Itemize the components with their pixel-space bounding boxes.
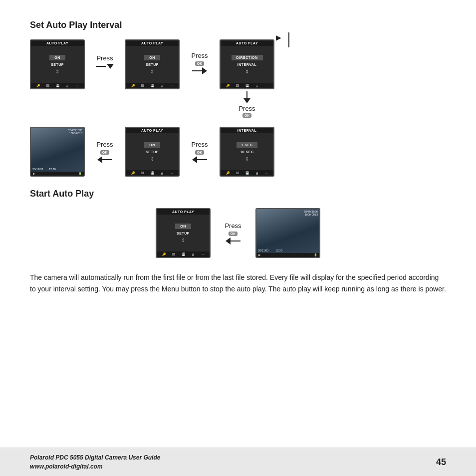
- footer-left: Polaroid PDC 5055 Digital Camera User Gu…: [30, 453, 160, 471]
- photo-info-bottom-2: 26/11/03 12;30: [258, 249, 282, 252]
- screen3-bottom: 🔑🖼💾🖨↔: [221, 83, 273, 88]
- set-auto-play-diagram: AUTO PLAY ON SETUP ⇕ 🔑🖼💾🖨↔ Press: [30, 39, 446, 177]
- press2-label: Press: [191, 52, 208, 59]
- screen2-item2: SETUP: [141, 62, 164, 67]
- interval-screen: INTERVAL 1 SEC 10 SEC ⇕ 🔑🖼💾🖨↔: [220, 127, 274, 177]
- footer-page-number: 45: [436, 457, 446, 468]
- screen1-block: AUTO PLAY ON SETUP ⇕ 🔑🖼💾🖨↔: [30, 39, 85, 89]
- press3-label: Press: [238, 105, 255, 112]
- screen5-item2: SETUP: [141, 149, 164, 155]
- press1-label: Press: [96, 54, 113, 62]
- screen2-bottom: 🔑🖼💾🖨↔: [126, 83, 179, 88]
- screen5-item1: ON: [144, 142, 160, 148]
- ok-badge-4: OK: [100, 150, 110, 155]
- press2-group: Press OK: [180, 39, 220, 74]
- ok-badge-5: OK: [195, 150, 205, 155]
- auto-play-direction-screen: AUTO PLAY DIRECTION INTERVAL ⇕ 🔑🖼💾🖨↔: [220, 39, 274, 89]
- press6-label: Press: [225, 222, 241, 230]
- screen1-menu: ON SETUP ⇕: [31, 46, 84, 83]
- photo-bar-1: ▶ 🔋: [31, 172, 84, 176]
- footer-line1: Polaroid PDC 5055 Digital Camera User Gu…: [30, 453, 160, 462]
- page-content: Set Auto Play Interval AUTO PLAY ON SETU…: [0, 0, 476, 305]
- photo-info-top-1: 2048X1536 1000-0013: [68, 129, 82, 135]
- auto-play-screen-2: AUTO PLAY ON SETUP ⇕ 🔑🖼💾🖨↔: [125, 39, 180, 89]
- screen3-topbar: AUTO PLAY: [221, 40, 273, 46]
- start-auto-play-title: Start Auto Play: [30, 189, 446, 199]
- photo-screen-1: 2048X1536 1000-0013 26/11/03 12;30 ▶ 🔋: [30, 127, 85, 177]
- ok-badge-2: OK: [195, 61, 205, 66]
- interval-item2: 10 SEC: [235, 149, 258, 155]
- screen2-menu: ON SETUP ⇕: [126, 46, 179, 83]
- interval-bottom: 🔑🖼💾🖨↔: [221, 170, 273, 176]
- photo-screen-2: 2048X1536 1000-0013 26/11/03 12;30 ▶ 🔋: [255, 208, 320, 258]
- press1-group: Press: [85, 39, 125, 69]
- press5-label: Press: [191, 141, 208, 148]
- screen3-item1: DIRECTION: [232, 55, 263, 60]
- start-screen-item2: SETUP: [172, 231, 195, 236]
- screen5-menu: ON SETUP ⇕: [126, 133, 179, 170]
- press4-group: Press OK: [85, 141, 125, 163]
- interval-topbar: INTERVAL: [221, 128, 273, 133]
- photo-bar-2: ▶ 🔋: [256, 253, 319, 257]
- screen5-bottom: 🔑🖼💾🖨↔: [126, 170, 179, 176]
- description-text: The camera will automatically run from t…: [30, 272, 446, 295]
- photo-bg-1: 2048X1536 1000-0013 26/11/03 12;30: [31, 128, 84, 172]
- screen2-item1: ON: [144, 55, 160, 60]
- press5-group: Press OK: [180, 141, 220, 163]
- start-screen-menu: ON SETUP ⇕: [157, 215, 210, 251]
- set-auto-play-title: Set Auto Play Interval: [30, 20, 446, 30]
- photo-bg-2: 2048X1536 1000-0013 26/11/03 12;30: [256, 209, 319, 253]
- screen1-bottom: 🔑🖼💾🖨↔: [31, 83, 84, 88]
- auto-play-start-screen: AUTO PLAY ON SETUP ⇕ 🔑🖼💾🖨↔: [156, 208, 211, 258]
- press3-group: Press OK: [238, 91, 255, 118]
- start-screen-bottom: 🔑🖼💾🖨↔: [157, 251, 210, 257]
- ok-badge-3: OK: [242, 113, 252, 118]
- screen2-block: AUTO PLAY ON SETUP ⇕ 🔑🖼💾🖨↔: [125, 39, 180, 89]
- screen1-topbar: AUTO PLAY: [31, 40, 84, 46]
- screen1-item1: ON: [49, 55, 65, 60]
- start-screen-topbar: AUTO PLAY: [157, 209, 210, 215]
- photo-info-bottom-1: 26/11/03 12;30: [32, 168, 56, 171]
- start-screen-item1: ON: [175, 224, 191, 229]
- screen5-topbar: AUTO PLAY: [126, 128, 179, 133]
- auto-play-screen-1: AUTO PLAY ON SETUP ⇕ 🔑🖼💾🖨↔: [30, 39, 85, 89]
- screen1-item2: SETUP: [46, 62, 69, 67]
- screen3-col: ▶ AUTO PLAY DIRECTION INTERVAL ⇕ 🔑🖼💾🖨↔: [220, 39, 274, 118]
- bottom-row: 2048X1536 1000-0013 26/11/03 12;30 ▶ 🔋 P…: [30, 127, 446, 177]
- screen3-menu: DIRECTION INTERVAL ⇕: [221, 46, 273, 83]
- press6-group: Press OK: [211, 222, 255, 244]
- screen3-item2: INTERVAL: [233, 62, 261, 67]
- start-auto-play-diagram: AUTO PLAY ON SETUP ⇕ 🔑🖼💾🖨↔ Press OK: [30, 208, 446, 258]
- ok-badge-6: OK: [229, 232, 238, 236]
- interval-menu: 1 SEC 10 SEC ⇕: [221, 133, 273, 170]
- photo-info-top-2: 2048X1536 1000-0013: [304, 210, 318, 216]
- auto-play-screen-5: AUTO PLAY ON SETUP ⇕ 🔑🖼💾🖨↔: [125, 127, 180, 177]
- interval-item1: 1 SEC: [237, 142, 258, 148]
- footer: Polaroid PDC 5055 Digital Camera User Gu…: [0, 448, 476, 476]
- footer-line2: www.polaroid-digital.com: [30, 462, 160, 471]
- screen2-topbar: AUTO PLAY: [126, 40, 179, 46]
- press4-label: Press: [96, 141, 113, 148]
